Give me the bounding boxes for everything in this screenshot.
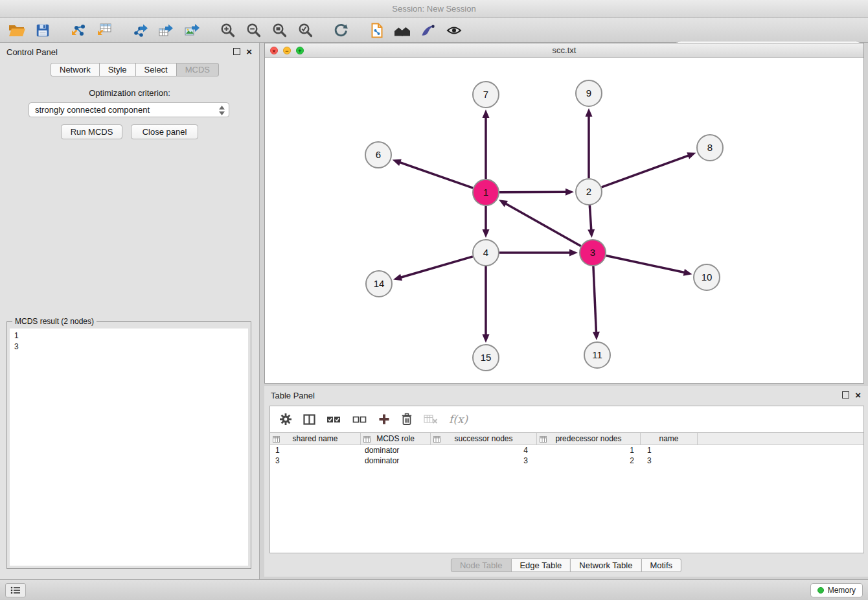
status-bar: Memory bbox=[0, 579, 868, 600]
close-table-panel-icon[interactable]: × bbox=[855, 389, 861, 400]
zoom-in-icon bbox=[220, 22, 236, 38]
export-table-icon bbox=[157, 22, 174, 39]
graph-edge-arrowhead bbox=[569, 249, 578, 257]
network-document-button[interactable] bbox=[363, 20, 389, 41]
cell-mcds-role[interactable]: dominator bbox=[361, 456, 431, 466]
export-network-button[interactable] bbox=[127, 20, 153, 41]
float-panel-icon[interactable] bbox=[233, 48, 240, 55]
mcds-result-list[interactable]: 1 3 bbox=[10, 329, 248, 566]
graph-node-label: 9 bbox=[586, 87, 591, 98]
cell-mcds-role[interactable]: dominator bbox=[361, 445, 431, 456]
style-swoosh-icon bbox=[420, 22, 437, 39]
tab-network[interactable]: Network bbox=[51, 63, 100, 76]
table-row[interactable]: 1 dominator 4 1 1 bbox=[270, 445, 863, 456]
network-window-title: scc.txt bbox=[265, 45, 863, 55]
float-table-panel-icon[interactable] bbox=[842, 391, 849, 398]
tab-node-table[interactable]: Node Table bbox=[451, 559, 512, 572]
refresh-layout-button[interactable] bbox=[328, 20, 354, 41]
export-table-button[interactable] bbox=[153, 20, 179, 41]
window-titlebar: Session: New Session bbox=[0, 0, 868, 18]
import-network-button[interactable] bbox=[65, 20, 91, 41]
control-panel-title: Control Panel bbox=[6, 47, 58, 57]
tab-style[interactable]: Style bbox=[99, 63, 136, 76]
delete-column-button[interactable] bbox=[401, 413, 413, 426]
column-header-predecessor-nodes[interactable]: predecessor nodes bbox=[537, 433, 641, 444]
control-panel-header: Control Panel × bbox=[0, 43, 259, 61]
task-history-button[interactable] bbox=[5, 583, 26, 597]
column-header-name[interactable]: name bbox=[641, 433, 698, 444]
table-panel-title: Table Panel bbox=[271, 391, 315, 400]
zoom-fit-button[interactable] bbox=[266, 20, 292, 41]
cell-shared-name[interactable]: 1 bbox=[270, 445, 361, 456]
network-window-titlebar[interactable]: × − + scc.txt bbox=[265, 43, 863, 58]
graph-edge-1-6[interactable] bbox=[399, 162, 473, 188]
cell-name[interactable]: 1 bbox=[641, 445, 698, 456]
list-icon bbox=[10, 586, 21, 594]
table-header-row: shared name MCDS role successor nodes pr… bbox=[270, 432, 863, 445]
document-network-icon bbox=[368, 22, 385, 39]
graph-edge-arrowhead bbox=[483, 229, 490, 238]
criterion-dropdown[interactable]: strongly connected component bbox=[29, 102, 229, 117]
graph-svg: 7968124314101511 bbox=[265, 58, 863, 383]
table-toolbar: f(x) bbox=[270, 406, 863, 432]
unselect-all-button[interactable] bbox=[352, 414, 367, 424]
graph-edge-1-2[interactable] bbox=[499, 192, 567, 192]
column-edit-icon bbox=[540, 435, 547, 444]
column-header-shared-name[interactable]: shared name bbox=[270, 433, 361, 444]
tab-select[interactable]: Select bbox=[135, 63, 177, 76]
graph-node-label: 2 bbox=[586, 186, 591, 197]
graph-edge-2-8[interactable] bbox=[602, 156, 689, 187]
run-mcds-button[interactable]: Run MCDS bbox=[61, 124, 122, 139]
close-panel-icon[interactable]: × bbox=[246, 46, 252, 57]
cell-name[interactable]: 3 bbox=[641, 456, 698, 466]
cell-predecessor-nodes[interactable]: 2 bbox=[537, 456, 641, 466]
export-image-button[interactable] bbox=[179, 20, 205, 41]
memory-button[interactable]: Memory bbox=[810, 583, 863, 597]
graph-edge-arrowhead bbox=[393, 159, 402, 166]
function-builder-button-disabled: f(x) bbox=[449, 413, 468, 426]
table-settings-button[interactable] bbox=[279, 413, 292, 426]
graph-edge-3-11[interactable] bbox=[593, 266, 597, 333]
cell-successor-nodes[interactable]: 3 bbox=[431, 456, 537, 466]
column-edit-icon bbox=[433, 435, 440, 444]
show-columns-button[interactable] bbox=[303, 414, 315, 425]
home-networks-button[interactable] bbox=[389, 20, 415, 41]
tab-mcds[interactable]: MCDS bbox=[176, 63, 219, 76]
export-network-icon bbox=[131, 22, 148, 39]
select-all-button[interactable] bbox=[326, 414, 341, 424]
column-header-successor-nodes[interactable]: successor nodes bbox=[431, 433, 537, 444]
zoom-selected-button[interactable] bbox=[292, 20, 318, 41]
control-panel-tabs: Network Style Select MCDS bbox=[51, 63, 219, 76]
graph-edge-2-3[interactable] bbox=[589, 205, 591, 231]
cell-shared-name[interactable]: 3 bbox=[270, 456, 361, 466]
graph-edge-arrowhead bbox=[483, 334, 490, 343]
open-session-button[interactable] bbox=[4, 20, 30, 41]
cell-predecessor-nodes[interactable]: 1 bbox=[537, 445, 641, 456]
column-label: name bbox=[659, 434, 678, 443]
table-row[interactable]: 3 dominator 3 2 3 bbox=[270, 456, 863, 466]
zoom-in-button[interactable] bbox=[214, 20, 240, 41]
zoom-out-button[interactable] bbox=[240, 20, 266, 41]
graph-edge-3-1[interactable] bbox=[505, 203, 581, 246]
graph-edge-arrowhead bbox=[593, 332, 600, 340]
tab-motifs[interactable]: Motifs bbox=[641, 559, 681, 572]
plus-icon bbox=[378, 413, 390, 425]
add-column-button[interactable] bbox=[378, 413, 390, 425]
zoom-fit-icon bbox=[271, 22, 288, 38]
save-session-button[interactable] bbox=[30, 20, 56, 41]
mcds-result-line: 1 bbox=[14, 330, 244, 341]
graph-edge-3-10[interactable] bbox=[606, 255, 685, 272]
import-table-button[interactable] bbox=[91, 20, 117, 41]
close-panel-button[interactable]: Close panel bbox=[131, 124, 198, 139]
style-brush-button[interactable] bbox=[415, 20, 441, 41]
network-canvas[interactable]: 7968124314101511 bbox=[265, 58, 863, 383]
column-header-mcds-role[interactable]: MCDS role bbox=[361, 433, 431, 444]
cell-successor-nodes[interactable]: 4 bbox=[431, 445, 537, 456]
columns-icon bbox=[303, 414, 315, 425]
tab-edge-table[interactable]: Edge Table bbox=[510, 559, 571, 572]
tab-network-table[interactable]: Network Table bbox=[570, 559, 641, 572]
graph-node-label: 14 bbox=[374, 278, 385, 289]
graph-edge-4-14[interactable] bbox=[400, 257, 473, 278]
show-hide-button[interactable] bbox=[441, 20, 467, 41]
open-folder-icon bbox=[8, 23, 26, 38]
